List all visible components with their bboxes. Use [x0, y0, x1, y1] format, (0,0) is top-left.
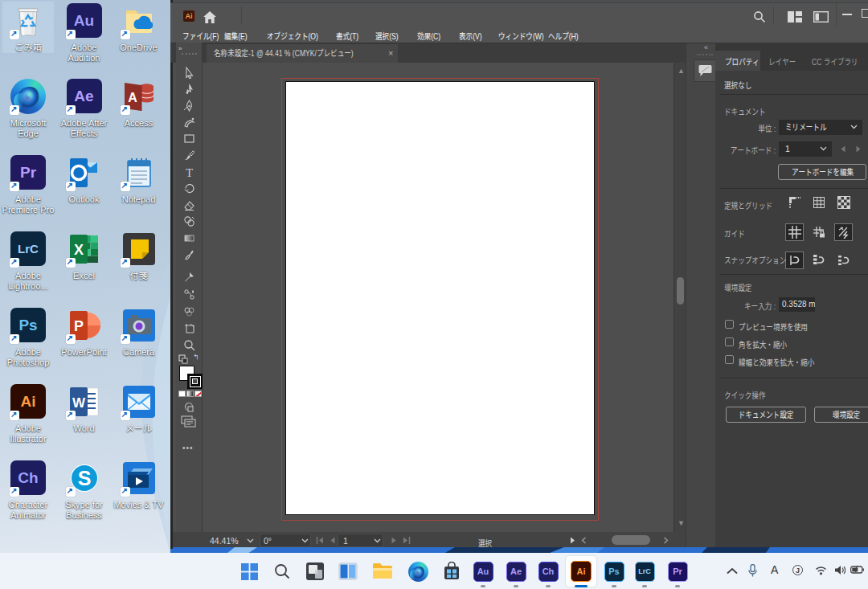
svg-text:W: W — [72, 395, 85, 411]
svg-text:T: T — [186, 166, 193, 178]
svg-text:A: A — [128, 91, 137, 104]
svg-text:P: P — [73, 318, 83, 334]
svg-text:X: X — [73, 242, 83, 258]
svg-text:S: S — [77, 467, 91, 489]
